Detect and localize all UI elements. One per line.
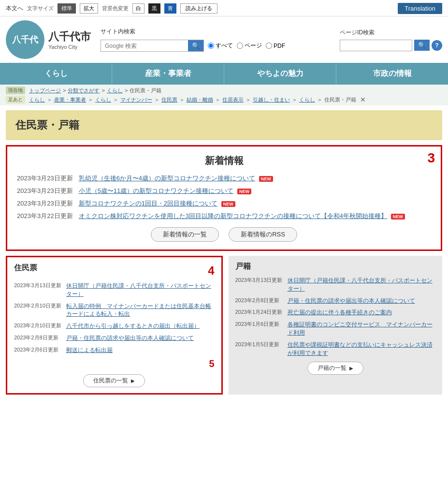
j-item-5: 2023年2月6日更新 郵送による転出届 [14, 346, 215, 354]
news-item-4: 2023年3月22日更新 オミクロン株対応ワクチンを使用した3回目以降の新型コロ… [17, 212, 431, 220]
j-link-5[interactable]: 郵送による転出届 [66, 346, 113, 354]
site-search-label: サイト内検索 [101, 28, 135, 36]
breadcrumb-bunrui[interactable]: 分類でさがす [68, 87, 100, 94]
radio-page-label[interactable]: ページ [237, 42, 262, 50]
logo-icon: 八千代 [11, 25, 40, 54]
bc-kurashi2[interactable]: くらし [95, 96, 111, 103]
j-link-2[interactable]: 転入届の特例 マイナンバーカードまたは住民基本台帳カードによる転入・転出 [66, 302, 215, 319]
news-date-4: 2023年3月22日更新 [17, 212, 73, 220]
nav-item-miryoku[interactable]: やちよの魅力 [224, 63, 336, 85]
main-text-link[interactable]: 本文へ [6, 4, 23, 13]
j-date-2: 2023年2月10日更新 [14, 302, 62, 309]
k-link-4[interactable]: 各種証明書のコンビニ交付サービス マイナンバーカード利用 [288, 321, 436, 337]
news-rss-button[interactable]: 新着情報のRSS [229, 227, 297, 242]
search-input-row: 🔍 すべて ページ PDF [101, 40, 330, 52]
news-link-3[interactable]: 新型コロナワクチンの1回目・2回目接種について [79, 200, 217, 207]
news-link-2[interactable]: 小児（5歳〜11歳）の新型コロナワクチン接種について [79, 187, 234, 194]
j-date-5: 2023年2月6日更新 [14, 346, 62, 353]
new-badge-3: NEW [221, 201, 235, 207]
new-badge-1: NEW [259, 176, 273, 182]
j-link-1[interactable]: 休日開庁（戸籍住民課・八千代台支所・パスポートセンター） [66, 282, 215, 298]
bc-current2: 住民票・戸籍 [324, 96, 356, 103]
news-link-1[interactable]: 乳幼児（生後6か月〜4歳）の新型コロナワクチン接種について [79, 175, 255, 182]
koseki-arrow-icon: ▶ [349, 366, 353, 371]
juuminhyo-arrow-icon: ▶ [131, 378, 135, 383]
bc-kekkon[interactable]: 結婚・離婚 [187, 96, 213, 103]
nav-item-sangyo[interactable]: 産業・事業者 [112, 63, 224, 85]
bc-kurashi3[interactable]: くらし [299, 96, 315, 103]
news-link-4[interactable]: オミクロン株対応ワクチンを使用した3回目以降の新型コロナワクチンの接種について【… [79, 212, 387, 220]
top-bar-left: 本文へ 文字サイズ 標準 拡大 背景色変更 白 黒 青 読み上げる [6, 3, 217, 14]
main-nav: くらし 産業・事業者 やちよの魅力 市政の情報 [0, 63, 448, 85]
koseki-list-button[interactable]: 戸籍の一覧 ▶ [307, 362, 363, 375]
bc-juuminhyo[interactable]: 住民票 [161, 96, 177, 103]
k-link-1[interactable]: 休日開庁（戸籍住民課・八千代台支所・パスポートセンター） [288, 277, 436, 293]
bg-black-button[interactable]: 黒 [148, 3, 160, 14]
k-link-2[interactable]: 戸籍・住民票の請求や届出等の本人確認について [288, 297, 415, 305]
page-id-input[interactable] [340, 40, 412, 51]
juuminhyo-title: 住民票 [14, 263, 37, 273]
bg-white-button[interactable]: 白 [132, 3, 145, 14]
radio-all[interactable] [208, 43, 214, 49]
juuminhyo-list-button[interactable]: 住民票の一覧 ▶ [83, 374, 145, 387]
k-link-3[interactable]: 死亡届の提出に伴う各種手続きのご案内 [288, 308, 392, 317]
search-radio-group: すべて ページ PDF [208, 42, 285, 50]
page-title: 住民票・戸籍 [15, 118, 433, 132]
breadcrumb-kurashi[interactable]: くらし [107, 87, 123, 94]
search-input[interactable] [101, 41, 188, 51]
bc-hikkoshi[interactable]: 引越し・住まい [253, 96, 290, 103]
juuminhyo-footer: 住民票の一覧 ▶ [14, 374, 215, 387]
nav-item-kurashi[interactable]: くらし [0, 63, 112, 85]
j-date-1: 2023年3月13日更新 [14, 282, 62, 289]
font-std-button[interactable]: 標準 [58, 3, 76, 14]
site-search-row: サイト内検索 [101, 28, 330, 36]
juuminhyo-section: 住民票 4 2023年3月13日更新 休日開庁（戸籍住民課・八千代台支所・パスポ… [6, 256, 223, 395]
read-aloud-button[interactable]: 読み上げる [180, 3, 217, 14]
news-title: 新着情報 [17, 154, 431, 167]
radio-all-label[interactable]: すべて [208, 42, 233, 50]
news-buttons: 新着情報の一覧 新着情報のRSS [17, 227, 431, 242]
bc-jyukyo[interactable]: 住居表示 [222, 96, 244, 103]
page-id-area: ページID検索 🔍 ? [340, 20, 442, 59]
k-date-4: 2023年1月6日更新 [235, 321, 284, 328]
search-button[interactable]: 🔍 [188, 40, 203, 51]
radio-pdf-label[interactable]: PDF [266, 43, 285, 49]
breadcrumb-top[interactable]: トップページ [29, 87, 61, 94]
j-link-3[interactable]: 八千代市から引っ越しをするときの届出（転出届） [66, 322, 200, 330]
j-link-4[interactable]: 戸籍・住民票の請求や届出等の本人確認について [66, 334, 194, 342]
bc-kurashi[interactable]: くらし [29, 96, 45, 103]
sep1: > [63, 88, 66, 93]
svg-text:八千代: 八千代 [12, 35, 39, 44]
new-badge-4: NEW [391, 214, 405, 220]
bc-mynumber[interactable]: マイナンバー [120, 96, 152, 103]
page-id-search-button[interactable]: 🔍 [414, 40, 430, 51]
k-item-2: 2023年2月8日更新 戸籍・住民票の請求や届出等の本人確認について [235, 297, 436, 305]
help-button[interactable]: ? [432, 40, 442, 51]
page-id-input-wrap: 🔍 ? [340, 40, 442, 51]
radio-page[interactable] [237, 43, 243, 49]
nav-item-shisei[interactable]: 市政の情報 [336, 63, 448, 85]
radio-page-text: ページ [245, 42, 262, 50]
top-bar: 本文へ 文字サイズ 標準 拡大 背景色変更 白 黒 青 読み上げる Transl… [0, 0, 448, 16]
k-link-5[interactable]: 住民票や課税証明書などの支払いにキャッシュレス決済が利用できます [288, 341, 436, 357]
font-large-button[interactable]: 拡大 [80, 3, 98, 14]
k-date-2: 2023年2月8日更新 [235, 297, 284, 304]
new-badge-2: NEW [237, 189, 251, 194]
font-size-label: 文字サイズ [27, 5, 54, 12]
radio-pdf[interactable] [266, 43, 272, 49]
translation-button[interactable]: Translation [398, 3, 442, 14]
juuminhyo-list-label: 住民票の一覧 [93, 377, 128, 385]
k-date-3: 2023年1月24日更新 [235, 308, 284, 316]
header: 八千代 八千代市 Yachiyo City サイト内検索 🔍 すべて ページ P… [0, 16, 448, 63]
logo-circle: 八千代 [6, 20, 44, 59]
news-list-button[interactable]: 新着情報の一覧 [151, 227, 219, 242]
k-date-5: 2023年1月5日更新 [235, 341, 284, 348]
logo-city-text: 八千代市 Yachiyo City [48, 29, 91, 50]
page-id-label: ページID検索 [340, 29, 442, 37]
news-date-3: 2023年3月23日更新 [17, 199, 73, 208]
breadcrumb-close-button[interactable]: ✕ [360, 96, 366, 103]
sep2: > [101, 88, 104, 93]
bc-sangyo[interactable]: 産業・事業者 [54, 96, 86, 103]
bg-blue-button[interactable]: 青 [164, 3, 176, 14]
koseki-title: 戸籍 [235, 262, 436, 272]
